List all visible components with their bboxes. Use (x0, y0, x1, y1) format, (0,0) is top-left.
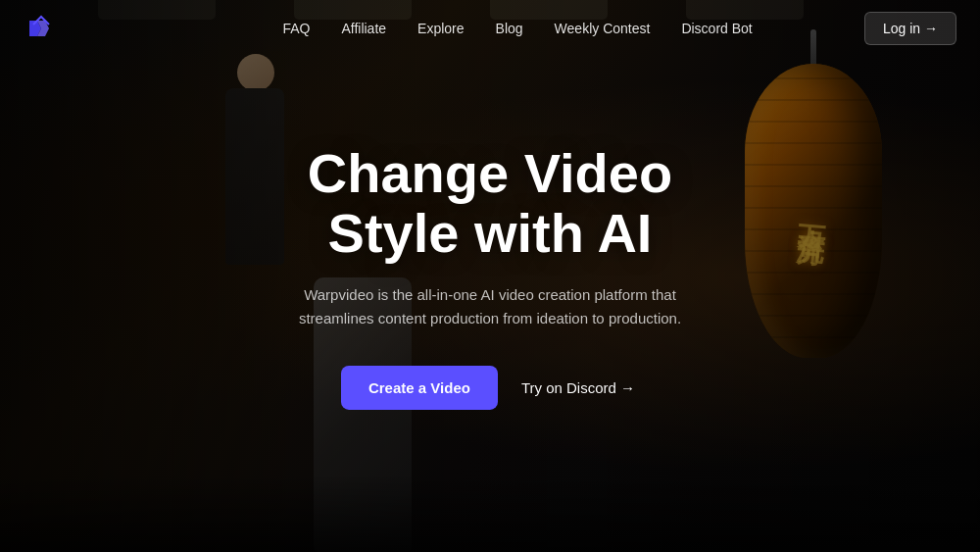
nav-links: FAQ Affiliate Explore Blog Weekly Contes… (282, 21, 752, 36)
discord-button[interactable]: Try on Discord → (517, 366, 639, 410)
logo-icon (24, 11, 59, 46)
create-video-button[interactable]: Create a Video (341, 366, 498, 410)
hero-title-line2: Style with AI (328, 202, 653, 264)
hero-section: 万古流芳 FAQ Affiliate Explore Blog Weekly C… (0, 0, 980, 552)
nav-link-affiliate[interactable]: Affiliate (341, 21, 386, 36)
hero-buttons: Create a Video Try on Discord → (245, 366, 735, 410)
login-button[interactable]: Log in → (864, 12, 956, 45)
hero-title-line1: Change Video (308, 141, 672, 203)
nav-link-explore[interactable]: Explore (417, 21, 464, 36)
nav-link-discord-bot[interactable]: Discord Bot (681, 21, 752, 36)
floor (0, 474, 980, 552)
navbar: FAQ Affiliate Explore Blog Weekly Contes… (0, 0, 980, 57)
hero-content: Change Video Style with AI Warpvideo is … (245, 142, 735, 409)
nav-link-faq[interactable]: FAQ (282, 21, 310, 36)
hero-title: Change Video Style with AI (245, 142, 735, 263)
nav-link-weekly-contest[interactable]: Weekly Contest (555, 21, 651, 36)
nav-link-blog[interactable]: Blog (496, 21, 523, 36)
hero-subtitle: Warpvideo is the all-in-one AI video cre… (294, 283, 686, 330)
logo[interactable] (24, 11, 59, 46)
